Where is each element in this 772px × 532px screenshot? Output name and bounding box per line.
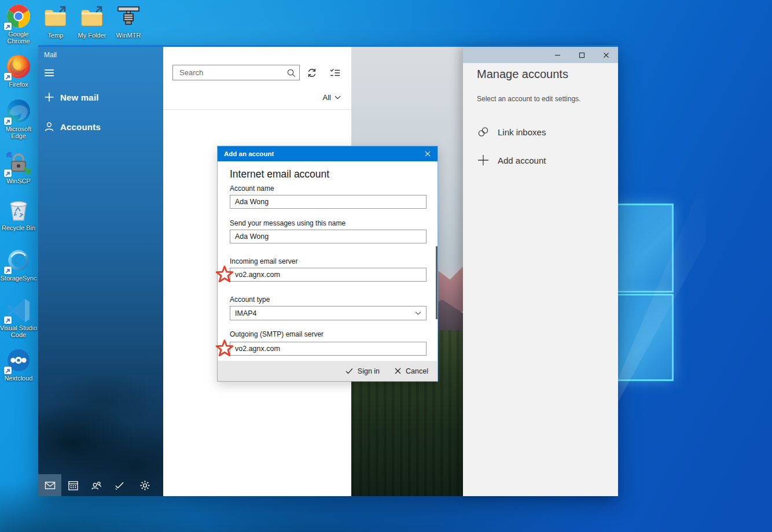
field-label: Incoming email server <box>230 257 297 265</box>
sync-button[interactable] <box>306 67 318 79</box>
shortcut-arrow-icon <box>4 267 12 274</box>
desktop-icon-winmtr[interactable]: WinMTR <box>110 5 147 39</box>
field-label: Outgoing (SMTP) email server <box>230 330 323 338</box>
sidebar-item-label: Accounts <box>60 122 101 132</box>
shortcut-arrow-icon <box>4 23 12 30</box>
add-account-dialog: Add an account Internet email account Ac… <box>217 146 438 382</box>
desktop-icon-label: WinSCP <box>0 178 37 184</box>
incoming-server-field[interactable] <box>230 268 427 282</box>
add-account-item[interactable]: Add account <box>477 154 546 167</box>
filter-label: All <box>323 93 331 102</box>
search-input[interactable] <box>178 68 283 77</box>
gear-icon <box>139 480 150 491</box>
annotation-star-incoming-server <box>215 265 234 285</box>
list-divider <box>163 109 351 110</box>
nav-mail-button[interactable] <box>38 474 61 496</box>
desktop-icon-microsoft-edge[interactable]: Microsoft Edge <box>0 98 37 139</box>
window-title: Mail <box>44 51 57 59</box>
send-name-field[interactable] <box>230 230 427 243</box>
desktop-icon-my-folder[interactable]: My Folder <box>73 5 111 39</box>
desktop-icon-label: Google Chrome <box>0 31 37 45</box>
selection-mode-button[interactable] <box>329 67 341 79</box>
mail-sidebar: Mail New mail <box>38 47 163 496</box>
chrome-icon <box>6 3 31 29</box>
sidebar-item-accounts[interactable]: Accounts <box>38 117 163 136</box>
desktop-icon-label: Recycle Bin <box>0 224 37 231</box>
check-icon <box>345 368 353 374</box>
chevron-down-icon <box>334 95 341 99</box>
sidebar-item-new-mail[interactable]: New mail <box>38 87 163 107</box>
edge-icon <box>6 98 31 124</box>
nav-todo-button[interactable] <box>108 474 131 496</box>
winscp-icon <box>6 150 31 176</box>
sidebar-bottom-nav <box>38 474 163 496</box>
add-icon <box>477 154 490 167</box>
desktop-icon-google-chrome[interactable]: Google Chrome <box>0 3 37 45</box>
hamburger-menu-button[interactable] <box>38 64 163 82</box>
calendar-icon <box>68 480 79 491</box>
shortcut-arrow-icon <box>4 117 12 125</box>
people-icon <box>91 480 102 491</box>
sync-icon <box>306 67 318 79</box>
settings-pane-title: Manage accounts <box>477 68 568 81</box>
storagesync-icon <box>6 247 31 273</box>
x-icon <box>395 368 401 374</box>
chevron-down-icon <box>415 311 421 315</box>
close-icon <box>425 151 431 157</box>
nextcloud-icon <box>6 348 31 373</box>
field-label: Send your messages using this name <box>230 219 345 227</box>
desktop-icon-label: Nextcloud <box>0 375 37 382</box>
winmtr-icon <box>116 5 141 30</box>
select-list-icon <box>329 67 341 79</box>
nav-settings-button[interactable] <box>133 474 156 496</box>
desktop-icon-label: My Folder <box>73 32 111 39</box>
dialog-heading: Internet email account <box>230 168 329 180</box>
firefox-icon <box>6 54 31 79</box>
dialog-scrollbar-thumb[interactable] <box>436 246 438 319</box>
maximize-button[interactable] <box>569 47 594 63</box>
dialog-title: Add an account <box>224 150 274 157</box>
desktop-icon-recycle-bin[interactable]: Recycle Bin <box>0 197 37 231</box>
dialog-title-bar: Add an account <box>218 146 438 161</box>
desktop-icon-visual-studio-code[interactable]: Visual Studio Code <box>0 297 37 338</box>
nav-calendar-button[interactable] <box>61 474 84 496</box>
nav-people-button[interactable] <box>84 474 108 496</box>
desktop-icon-label: Temp <box>37 32 74 39</box>
desktop-icon-storagesync[interactable]: StorageSync <box>0 247 37 282</box>
manage-accounts-pane: Manage accounts Select an account to edi… <box>463 47 618 496</box>
link-inboxes-label: Link inboxes <box>498 127 546 137</box>
desktop: Temp My Folder WinMTR <box>0 0 772 532</box>
desktop-icon-label: StorageSync <box>0 275 37 282</box>
cancel-button[interactable]: Cancel <box>395 367 428 375</box>
account-name-field[interactable] <box>230 195 427 209</box>
cancel-label: Cancel <box>406 367 428 375</box>
account-type-dropdown[interactable]: IMAP4 <box>230 306 427 320</box>
account-type-value: IMAP4 <box>235 309 257 317</box>
search-icon[interactable] <box>283 68 299 77</box>
desktop-icon-label: Microsoft Edge <box>0 125 37 139</box>
desktop-icon-winscp[interactable]: WinSCP <box>0 150 37 184</box>
sign-in-button[interactable]: Sign in <box>345 367 380 375</box>
desktop-icon-label: WinMTR <box>110 32 147 39</box>
link-inboxes-item[interactable]: Link inboxes <box>477 125 546 138</box>
vscode-icon <box>6 297 31 323</box>
close-button[interactable] <box>594 47 618 63</box>
desktop-icon-temp[interactable]: Temp <box>37 5 74 39</box>
desktop-icon-firefox[interactable]: Firefox <box>0 54 37 88</box>
add-account-label: Add account <box>498 156 546 165</box>
shortcut-arrow-icon <box>4 367 12 374</box>
outgoing-server-field[interactable] <box>230 342 427 356</box>
shortcut-arrow-icon <box>4 73 12 80</box>
hamburger-icon <box>44 68 54 78</box>
folder-icon <box>43 5 68 30</box>
filter-dropdown[interactable]: All <box>323 93 341 102</box>
desktop-icon-label: Firefox <box>0 81 37 88</box>
plus-icon <box>44 92 54 102</box>
desktop-icon-nextcloud[interactable]: Nextcloud <box>0 348 37 382</box>
envelope-icon <box>45 480 56 491</box>
field-label: Account name <box>230 184 274 193</box>
dialog-close-button[interactable] <box>418 146 438 161</box>
minimize-button[interactable] <box>545 47 569 63</box>
person-icon <box>44 121 54 132</box>
shortcut-arrow-icon <box>4 169 12 177</box>
